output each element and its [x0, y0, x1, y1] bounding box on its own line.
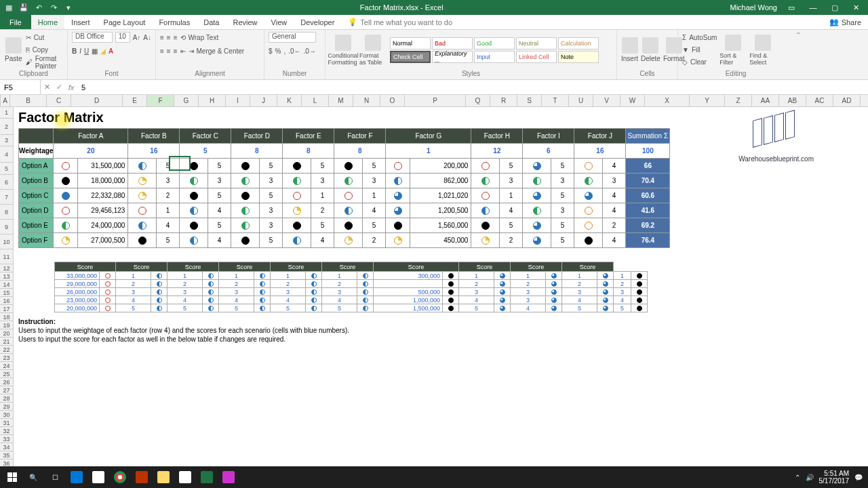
qat-more-icon[interactable]: ▾: [64, 3, 73, 12]
italic-button[interactable]: I: [79, 47, 81, 55]
merge-center-button[interactable]: Merge & Center: [197, 47, 245, 55]
fx-icon[interactable]: fx: [65, 83, 77, 92]
indent-inc-icon[interactable]: ⇥: [189, 47, 194, 55]
align-left-icon[interactable]: ≡: [160, 47, 164, 55]
indent-dec-icon[interactable]: ⇤: [180, 47, 186, 55]
explorer-icon[interactable]: [153, 468, 174, 487]
share-button[interactable]: 👥Share: [823, 15, 868, 29]
column-header-X[interactable]: X: [645, 95, 690, 106]
row-header-32[interactable]: 32: [0, 427, 13, 435]
edge-icon[interactable]: [66, 468, 87, 487]
close-icon[interactable]: ✕: [849, 2, 864, 13]
font-size-dropdown[interactable]: 10: [115, 32, 130, 43]
wrap-text-button[interactable]: Wrap Text: [189, 34, 219, 41]
row-header-9[interactable]: 9: [0, 220, 13, 235]
cancel-formula-icon[interactable]: ✕: [41, 83, 53, 92]
format-painter-button[interactable]: 🖌 Format Painter: [26, 56, 63, 68]
tray-up-icon[interactable]: ⌃: [795, 474, 800, 481]
row-header-26[interactable]: 26: [0, 378, 13, 386]
tab-formulas[interactable]: Formulas: [152, 15, 197, 29]
clock[interactable]: 5:51 AM 5/17/2017: [819, 470, 850, 485]
row-header-33[interactable]: 33: [0, 435, 13, 443]
fill-color-button[interactable]: ◢: [100, 47, 106, 55]
comma-icon[interactable]: ,: [283, 47, 285, 55]
font-name-dropdown[interactable]: DB Office: [72, 32, 113, 43]
dec-dec-icon[interactable]: .0→: [304, 47, 316, 55]
number-format-dropdown[interactable]: General: [269, 32, 316, 43]
maximize-icon[interactable]: ▢: [827, 2, 842, 13]
task-view-icon[interactable]: ☐: [45, 468, 65, 487]
notifications-icon[interactable]: 💬: [854, 474, 863, 481]
font-color-button[interactable]: A: [108, 47, 113, 55]
name-box[interactable]: F5: [0, 80, 41, 94]
clear-button[interactable]: ◇ Clear: [682, 56, 717, 68]
start-button[interactable]: [3, 468, 22, 487]
column-header-Q[interactable]: Q: [466, 95, 490, 106]
row-header-35[interactable]: 35: [0, 451, 13, 460]
row-header-3[interactable]: 3: [0, 135, 13, 146]
undo-icon[interactable]: ↶: [34, 3, 43, 12]
column-header-AB[interactable]: AB: [779, 95, 806, 106]
redo-icon[interactable]: ↷: [49, 3, 58, 12]
store-icon[interactable]: [88, 468, 108, 487]
tab-home[interactable]: Home: [31, 15, 64, 29]
orientation-icon[interactable]: ⟲: [180, 34, 186, 41]
column-header-K[interactable]: K: [277, 95, 302, 106]
row-header-24[interactable]: 24: [0, 362, 13, 370]
column-header-Z[interactable]: Z: [725, 95, 752, 106]
row-header-17[interactable]: 17: [0, 305, 13, 313]
column-header-C[interactable]: C: [47, 95, 71, 106]
bold-button[interactable]: B: [72, 47, 77, 55]
align-mid-icon[interactable]: ≡: [167, 34, 171, 41]
column-header-P[interactable]: P: [405, 95, 466, 106]
ribbon-options-icon[interactable]: ▭: [784, 2, 799, 13]
row-header-12[interactable]: 12: [0, 264, 13, 272]
row-header-4[interactable]: 4: [0, 146, 13, 163]
column-header-F[interactable]: F: [147, 95, 174, 106]
increase-font-icon[interactable]: A↑: [133, 34, 141, 41]
align-right-icon[interactable]: ≡: [174, 47, 178, 55]
column-header-N[interactable]: N: [353, 95, 380, 106]
tab-developer[interactable]: Developer: [294, 15, 341, 29]
row-header-6[interactable]: 6: [0, 175, 13, 190]
style-calculation[interactable]: Calculation: [558, 37, 599, 49]
score-table[interactable]: ScoreScoreScoreScoreScoreScoreScoreScore…: [54, 262, 648, 312]
tab-view[interactable]: View: [264, 15, 294, 29]
pdf-icon[interactable]: [132, 468, 152, 487]
column-header-B[interactable]: B: [10, 95, 47, 106]
column-header-I[interactable]: I: [226, 95, 250, 106]
excel-taskbar-icon[interactable]: [197, 468, 217, 487]
row-header-10[interactable]: 10: [0, 235, 13, 249]
delete-cells-button[interactable]: Delete: [641, 37, 660, 62]
mail-icon[interactable]: [175, 468, 195, 487]
column-header-O[interactable]: O: [380, 95, 405, 106]
save-icon[interactable]: 💾: [19, 3, 28, 12]
column-header-U[interactable]: U: [569, 95, 593, 106]
tab-file[interactable]: File: [0, 15, 31, 29]
tab-page-layout[interactable]: Page Layout: [97, 15, 153, 29]
worksheet[interactable]: Factor Matrix Factor AFactor BFactor CFa…: [14, 107, 868, 470]
recorder-icon[interactable]: [218, 468, 239, 487]
align-center-icon[interactable]: ≡: [167, 47, 171, 55]
grid-area[interactable]: 1234567891011121314151617181920212223242…: [0, 107, 868, 470]
column-header-S[interactable]: S: [517, 95, 542, 106]
column-header-AA[interactable]: AA: [752, 95, 779, 106]
column-header-R[interactable]: R: [490, 95, 517, 106]
row-header-25[interactable]: 25: [0, 370, 13, 378]
row-header-13[interactable]: 13: [0, 272, 13, 281]
row-header-8[interactable]: 8: [0, 205, 13, 220]
column-header-H[interactable]: H: [199, 95, 226, 106]
column-header-AE[interactable]: AE: [861, 95, 868, 106]
column-header-V[interactable]: V: [593, 95, 620, 106]
autosum-button[interactable]: Σ AutoSum: [682, 32, 717, 44]
row-header-5[interactable]: 5: [0, 163, 13, 175]
find-select-button[interactable]: Find & Select: [749, 35, 776, 66]
conditional-formatting-button[interactable]: Conditional Formatting: [330, 35, 357, 66]
align-bot-icon[interactable]: ≡: [174, 34, 178, 41]
row-header-31[interactable]: 31: [0, 419, 13, 427]
row-header-23[interactable]: 23: [0, 354, 13, 362]
minimize-icon[interactable]: —: [806, 2, 821, 13]
underline-button[interactable]: U: [84, 47, 89, 55]
row-header-2[interactable]: 2: [0, 119, 13, 135]
currency-icon[interactable]: $: [269, 47, 273, 55]
